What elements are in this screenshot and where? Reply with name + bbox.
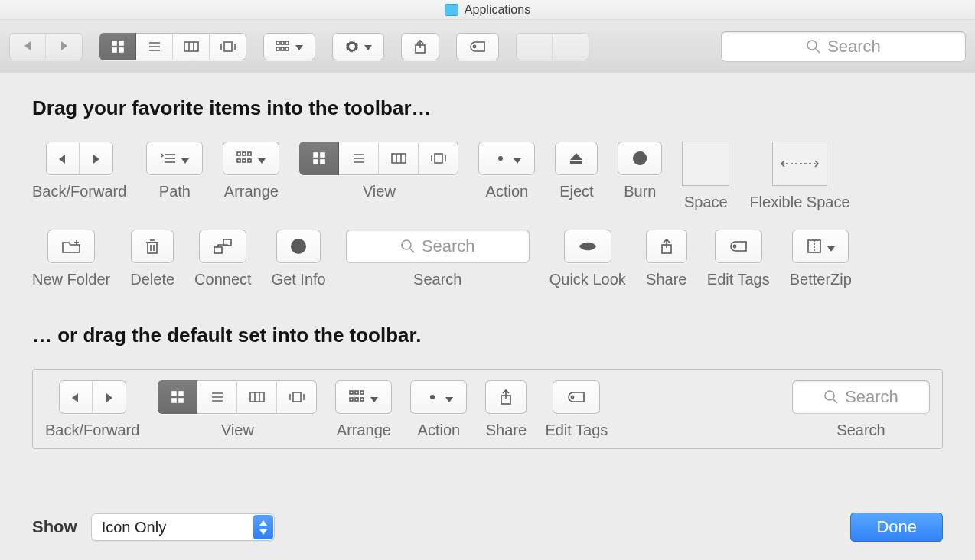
new-folder-icon <box>61 239 81 254</box>
toolbar-search[interactable]: Search <box>721 31 966 62</box>
finder-folder-icon <box>445 4 458 16</box>
gear-icon <box>492 150 509 167</box>
svg-rect-40 <box>392 154 406 163</box>
chevron-right-icon <box>106 389 112 406</box>
gallery-item-betterzip[interactable]: BetterZip <box>790 230 852 288</box>
svg-line-52 <box>504 161 506 164</box>
gallery-item-connect[interactable]: Connect <box>194 230 252 288</box>
gallery-item-back-forward[interactable]: Back/Forward <box>32 142 126 200</box>
chevron-down-icon <box>181 150 189 168</box>
gallery-item-arrange[interactable]: Arrange <box>223 142 279 200</box>
item-label: Quick Look <box>549 271 626 288</box>
svg-marker-55 <box>570 153 582 160</box>
search-placeholder: Search <box>827 37 881 57</box>
search-placeholder: Search <box>845 387 898 407</box>
connect-icon <box>213 238 233 255</box>
chevron-down-icon <box>445 389 453 406</box>
trash-icon <box>145 238 160 255</box>
gear-icon <box>344 39 360 54</box>
item-label: Search <box>413 271 461 288</box>
item-label: Burn <box>624 183 656 200</box>
default-toolbar-set[interactable]: Back/Forward View Arrange Action <box>32 369 943 449</box>
svg-rect-0 <box>112 41 116 45</box>
placeholder-1 <box>516 33 553 60</box>
forward-button[interactable] <box>46 33 83 60</box>
toolbar-back-forward[interactable] <box>9 33 83 60</box>
gallery-item-eject[interactable]: Eject <box>555 142 598 200</box>
view-list[interactable] <box>136 33 173 60</box>
view-icons <box>299 142 339 175</box>
toolbar-arrange[interactable] <box>263 33 315 60</box>
toolbar-share[interactable] <box>401 33 439 60</box>
gallery-item-quick-look[interactable]: Quick Look <box>549 230 626 288</box>
item-label: Arrange <box>337 422 391 439</box>
item-label: Eject <box>559 183 593 200</box>
svg-rect-90 <box>293 392 301 402</box>
flexible-space-icon <box>772 142 827 186</box>
view-gallery[interactable] <box>210 33 246 60</box>
item-label: Space <box>684 194 728 211</box>
item-label: View <box>221 422 254 439</box>
space-icon <box>682 142 729 186</box>
back-button[interactable] <box>9 33 46 60</box>
item-label: Share <box>646 271 686 288</box>
svg-rect-71 <box>298 245 300 251</box>
gallery-item-search[interactable]: Search Search <box>346 230 530 288</box>
svg-rect-81 <box>179 392 183 396</box>
gallery-item-space[interactable]: Space <box>682 142 729 211</box>
gallery-item-flexible-space[interactable]: Flexible Space <box>749 142 849 211</box>
svg-rect-29 <box>248 152 251 155</box>
view-icons[interactable] <box>99 33 136 60</box>
svg-line-104 <box>427 392 429 394</box>
chevron-left-icon <box>59 150 65 168</box>
gallery-item-delete[interactable]: Delete <box>130 230 174 288</box>
svg-rect-30 <box>237 159 240 162</box>
svg-point-110 <box>572 396 574 398</box>
svg-rect-87 <box>250 392 264 402</box>
show-mode-select[interactable]: Icon Only <box>91 513 275 541</box>
item-label: Connect <box>194 271 252 288</box>
item-label: Action <box>486 183 529 200</box>
view-list <box>339 142 379 175</box>
svg-rect-93 <box>350 391 353 394</box>
item-label: Edit Tags <box>545 422 608 439</box>
toolbar-view-switch[interactable] <box>99 33 246 60</box>
toolbar-action[interactable] <box>332 33 384 60</box>
gallery-item-action[interactable]: Action <box>478 142 535 200</box>
item-label: Search <box>836 422 885 439</box>
gallery-item-path[interactable]: Path <box>146 142 203 200</box>
svg-rect-82 <box>172 399 176 402</box>
item-label: Arrange <box>224 183 279 200</box>
default-view: View <box>158 380 317 439</box>
svg-rect-43 <box>435 154 442 163</box>
gallery-item-new-folder[interactable]: New Folder <box>32 230 110 288</box>
done-button[interactable]: Done <box>850 513 943 542</box>
default-arrange: Arrange <box>335 380 392 439</box>
svg-rect-13 <box>276 41 279 44</box>
list-icon <box>351 151 367 165</box>
gallery-item-get-info[interactable]: Get Info <box>272 230 326 288</box>
svg-rect-98 <box>360 398 364 401</box>
item-label: Delete <box>130 271 174 288</box>
burn-icon <box>631 150 648 167</box>
svg-line-73 <box>410 249 414 252</box>
gallery-item-burn[interactable]: Burn <box>618 142 662 200</box>
gallery-item-share[interactable]: Share <box>646 230 687 288</box>
gallery-item-view[interactable]: View <box>299 142 458 200</box>
eject-icon <box>569 151 584 166</box>
svg-rect-27 <box>237 152 240 155</box>
svg-rect-56 <box>570 161 582 164</box>
toolbar-edit-tags[interactable] <box>456 33 499 60</box>
svg-rect-36 <box>321 160 324 164</box>
share-icon <box>660 238 673 255</box>
coverflow-icon <box>429 151 448 165</box>
svg-point-72 <box>402 240 411 249</box>
gallery-item-edit-tags[interactable]: Edit Tags <box>707 230 770 288</box>
back-button <box>46 142 80 175</box>
svg-rect-15 <box>285 41 289 44</box>
svg-point-70 <box>298 242 300 244</box>
share-icon <box>499 389 513 405</box>
item-label: Back/Forward <box>45 422 139 439</box>
gear-icon <box>424 389 441 405</box>
view-columns[interactable] <box>173 33 210 60</box>
